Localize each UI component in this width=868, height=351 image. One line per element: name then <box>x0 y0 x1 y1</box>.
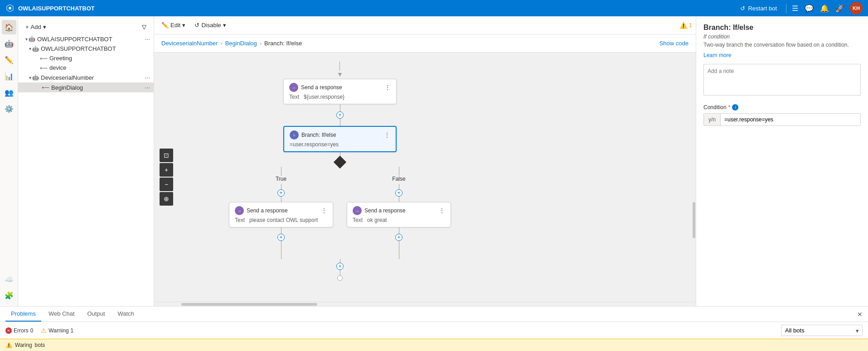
condition-label: Condition <box>703 104 727 111</box>
tab-problems[interactable]: Problems <box>5 307 41 322</box>
add-node-button[interactable]: + <box>336 111 344 119</box>
avatar[interactable]: KH <box>850 2 863 14</box>
branch-ifelse-node[interactable]: ⑃ Branch: If/else ⋮ =user.response=yes <box>283 126 397 152</box>
breadcrumb-item-1[interactable]: DeviceserialnNumber <box>161 40 218 47</box>
main-area: 🏠 🤖 ✏️ 📊 👥 ⚙️ ☁️ 🧩 + Add ▾ ▽ ▾ 🤖 OWLAISU… <box>0 16 868 306</box>
right-panel: Branch: If/else If condition Two-way bra… <box>696 16 868 306</box>
app-title: OWLAISUPPORTCHATBOT <box>18 5 737 12</box>
nav-item-owlaisupportchatbot[interactable]: ▾ 🤖 OWLAISUPPORTCHATBOT ··· <box>18 34 154 44</box>
end-dot <box>337 275 343 281</box>
bell-icon[interactable]: 🔔 <box>820 4 829 13</box>
rocket-icon[interactable]: 🚀 <box>835 4 844 13</box>
content-label: Text <box>353 217 363 223</box>
tab-watch[interactable]: Watch <box>112 307 140 322</box>
add-true-node-button[interactable]: + <box>277 189 285 197</box>
true-label: True <box>276 176 286 182</box>
canvas-vscrollbar[interactable] <box>692 53 696 302</box>
add-false-node-button[interactable]: + <box>395 189 402 197</box>
true-branch: True + → Send a response <box>222 167 340 259</box>
note-textarea[interactable] <box>703 64 861 96</box>
bot-icon-btn[interactable]: 🤖 <box>2 36 16 51</box>
panel-subtitle: If condition <box>703 34 861 40</box>
node-menu-button[interactable]: ⋮ <box>321 207 327 214</box>
nav-item-greeting[interactable]: ⟵ Greeting <box>18 53 154 63</box>
bot-tree-icon: 🤖 <box>29 36 35 42</box>
tab-webchat[interactable]: Web Chat <box>43 307 80 322</box>
add-button[interactable]: + Add ▾ <box>22 22 50 32</box>
nav-item-deviceserialnumber[interactable]: ▾ 🤖 DeviceserialNumber ··· <box>18 72 154 82</box>
close-bottom-panel-button[interactable]: ✕ <box>857 311 863 318</box>
nav-item-owlaisupportchatbot-sub[interactable]: ▾ 🤖 OWLAISUPPORTCHATBOT <box>18 44 154 53</box>
show-code-button[interactable]: Show code <box>659 40 689 47</box>
top-bar: OWLAISUPPORTCHATBOT ↺ Restart bot ☰ 💬 🔔 … <box>0 0 868 16</box>
content-label: Text <box>235 217 245 223</box>
condition-field-label: Condition * i <box>703 104 861 111</box>
info-icon[interactable]: i <box>732 104 738 111</box>
warning-bar-detail: bots <box>35 342 45 348</box>
settings-icon-btn[interactable]: ⚙️ <box>2 101 16 116</box>
add-after-false-button[interactable]: + <box>395 234 402 241</box>
merge-connector: + <box>336 259 344 281</box>
node-menu-button[interactable]: ⋮ <box>384 131 390 139</box>
branch-condition: =user.response=yes <box>290 141 390 148</box>
extensions-icon-btn[interactable]: 🧩 <box>2 288 16 303</box>
learn-more-link[interactable]: Learn more <box>703 52 731 58</box>
menu-icon[interactable]: ☰ <box>792 4 798 13</box>
home-icon-btn[interactable]: 🏠 <box>2 20 16 34</box>
chevron-down-icon: ▾ <box>29 75 31 80</box>
filter-button[interactable]: ▽ <box>138 22 150 32</box>
node-title: Send a response <box>301 84 342 91</box>
more-options-button[interactable]: ··· <box>145 74 150 81</box>
canvas-hscrollbar[interactable] <box>154 302 696 306</box>
publish-icon-btn[interactable]: ☁️ <box>2 272 16 286</box>
branch-connector <box>335 152 344 167</box>
nav-item-device[interactable]: ⟵ device <box>18 63 154 72</box>
flow-diagram: ▼ → Send a response ⋮ <box>154 53 517 302</box>
errors-label: Errors <box>14 327 29 334</box>
nav-toolbar: + Add ▾ ▽ <box>18 20 154 34</box>
canvas-container[interactable]: ⊡ + − ⊕ ▼ <box>154 53 692 302</box>
chevron-down-icon: ▾ <box>25 37 28 42</box>
topbar-icons: ☰ 💬 🔔 🚀 <box>792 4 844 13</box>
bot-tree-icon: 🤖 <box>32 74 39 81</box>
send-icon: → <box>235 206 244 215</box>
node-menu-button[interactable]: ⋮ <box>384 84 391 91</box>
node-title: Send a response <box>364 207 406 214</box>
condition-input[interactable] <box>721 114 860 125</box>
nav-item-begindialog[interactable]: ⟵ BeginDialog ··· <box>18 82 154 92</box>
warning-label: Warning <box>48 327 68 334</box>
topbar-divider <box>786 4 786 13</box>
bottom-content: ✕ Errors 0 ⚠ Warning 1 All bots ▾ <box>0 322 868 339</box>
restart-icon: ↺ <box>740 5 745 12</box>
content-value: ok great <box>367 217 387 223</box>
warning-bar-text: Waring <box>15 342 32 348</box>
users-icon-btn[interactable]: 👥 <box>2 85 16 100</box>
restart-bot-button[interactable]: ↺ Restart bot <box>737 3 781 14</box>
content-value: please contact OWL support <box>249 217 318 223</box>
false-branch: False + → Send a response <box>340 167 458 259</box>
edit-button[interactable]: ✏️ Edit ▾ <box>158 20 189 30</box>
nav-item-label: Greeting <box>49 55 150 62</box>
nav-item-label: OWLAISUPPORTCHATBOT <box>41 45 150 52</box>
more-options-button[interactable]: ··· <box>145 84 150 91</box>
chat-icon[interactable]: 💬 <box>805 4 814 13</box>
pen-icon-btn[interactable]: ✏️ <box>2 53 16 67</box>
dialog-icon: ⟵ <box>42 84 49 91</box>
tab-output[interactable]: Output <box>82 307 111 322</box>
disable-button[interactable]: ↺ Disable ▾ <box>191 20 229 30</box>
connector-line <box>339 62 340 71</box>
canvas-header: DeviceserialnNumber › BeginDialog › Bran… <box>154 34 696 53</box>
edit-label: Edit <box>170 22 180 29</box>
breadcrumb-item-2[interactable]: BeginDialog <box>225 40 257 47</box>
add-after-branch-button[interactable]: + <box>336 263 344 270</box>
branch-icon: ⑃ <box>290 130 299 139</box>
add-after-true-button[interactable]: + <box>277 234 285 241</box>
flow-main-column: ▼ → Send a response ⋮ <box>181 62 499 281</box>
panel-description: Two-way branch the conversation flow bas… <box>703 42 861 48</box>
analytics-icon-btn[interactable]: 📊 <box>2 69 16 83</box>
node-menu-button[interactable]: ⋮ <box>439 207 445 214</box>
more-options-button[interactable]: ··· <box>145 35 150 43</box>
nav-item-label: BeginDialog <box>51 84 145 91</box>
down-arrow-icon: ▼ <box>337 71 343 78</box>
all-bots-select[interactable]: All bots <box>781 325 863 336</box>
